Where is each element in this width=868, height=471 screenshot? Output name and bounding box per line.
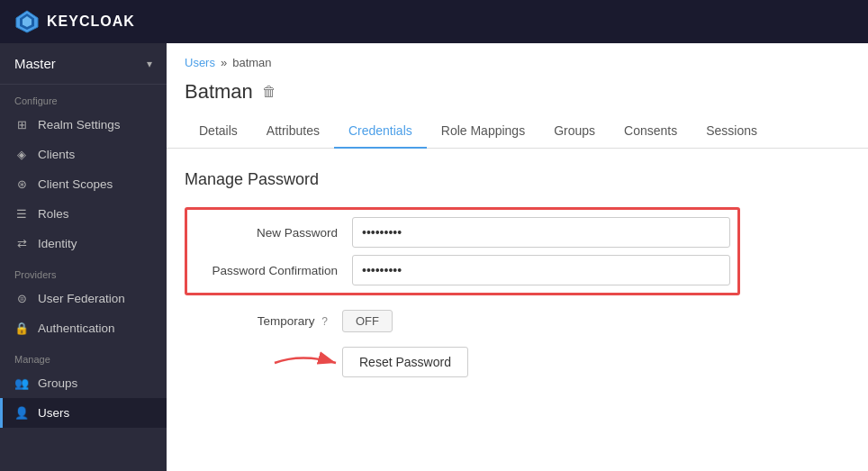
sidebar-item-authentication[interactable]: 🔒 Authentication bbox=[0, 313, 167, 343]
realm-selector[interactable]: Master ▾ bbox=[0, 43, 167, 85]
password-confirmation-row: Password Confirmation bbox=[194, 255, 730, 285]
password-confirmation-input[interactable] bbox=[352, 255, 730, 285]
chevron-down-icon: ▾ bbox=[147, 58, 152, 70]
temporary-help-icon[interactable]: ? bbox=[321, 315, 328, 328]
realm-settings-icon: ⊞ bbox=[14, 118, 29, 131]
new-password-row: New Password bbox=[194, 217, 730, 248]
page-title: Batman bbox=[185, 80, 253, 104]
sidebar-item-label: Users bbox=[38, 406, 69, 420]
tab-groups[interactable]: Groups bbox=[539, 114, 610, 149]
realm-name: Master bbox=[14, 56, 56, 71]
roles-icon: ☰ bbox=[14, 207, 29, 221]
client-scopes-icon: ⊛ bbox=[14, 177, 29, 191]
identity-icon: ⇄ bbox=[14, 237, 29, 250]
tab-sessions[interactable]: Sessions bbox=[692, 114, 772, 149]
sidebar-item-groups[interactable]: 👥 Groups bbox=[0, 368, 167, 398]
delete-user-icon[interactable]: 🗑 bbox=[262, 84, 276, 100]
sidebar-item-label: Client Scopes bbox=[38, 177, 113, 191]
sidebar-item-label: Roles bbox=[38, 207, 69, 221]
keycloak-logo-icon bbox=[14, 9, 40, 34]
reset-password-area: Reset Password bbox=[342, 347, 850, 377]
users-icon: 👤 bbox=[14, 406, 29, 420]
sidebar-item-user-federation[interactable]: ⊜ User Federation bbox=[0, 284, 167, 313]
user-federation-icon: ⊜ bbox=[14, 292, 29, 305]
temporary-toggle[interactable]: OFF bbox=[342, 310, 393, 332]
providers-section-label: Providers bbox=[0, 258, 167, 284]
app-title: KEYCLOAK bbox=[47, 14, 135, 30]
sidebar-item-clients[interactable]: ◈ Clients bbox=[0, 140, 167, 169]
arrow-annotation bbox=[266, 351, 347, 375]
tab-consents[interactable]: Consents bbox=[610, 114, 692, 149]
sidebar-item-label: Authentication bbox=[38, 322, 115, 335]
main-layout: Master ▾ Configure ⊞ Realm Settings ◈ Cl… bbox=[0, 43, 868, 471]
authentication-icon: 🔒 bbox=[14, 322, 29, 335]
groups-icon: 👥 bbox=[14, 376, 29, 390]
breadcrumb-current: batman bbox=[232, 56, 271, 69]
temporary-label: Temporary ? bbox=[185, 314, 342, 328]
temporary-row: Temporary ? OFF bbox=[185, 310, 850, 332]
password-confirmation-label: Password Confirmation bbox=[194, 264, 352, 277]
arrow-icon bbox=[266, 351, 347, 375]
breadcrumb-users-link[interactable]: Users bbox=[185, 56, 215, 69]
sidebar-item-users[interactable]: 👤 Users bbox=[0, 398, 167, 428]
tab-details[interactable]: Details bbox=[185, 114, 252, 149]
manage-password-title: Manage Password bbox=[185, 170, 850, 189]
sidebar-item-roles[interactable]: ☰ Roles bbox=[0, 199, 167, 229]
configure-section-label: Configure bbox=[0, 85, 167, 110]
top-bar: KEYCLOAK bbox=[0, 0, 868, 43]
sidebar-item-label: Clients bbox=[38, 148, 75, 161]
content-area: Users » batman Batman 🗑 Details Attribut… bbox=[167, 43, 868, 471]
reset-password-button[interactable]: Reset Password bbox=[342, 347, 468, 377]
sidebar-item-label: Realm Settings bbox=[38, 118, 121, 131]
sidebar-item-realm-settings[interactable]: ⊞ Realm Settings bbox=[0, 110, 167, 140]
credentials-section: Manage Password New Password Password Co… bbox=[167, 149, 868, 399]
tabs-bar: Details Attributes Credentials Role Mapp… bbox=[167, 114, 868, 149]
breadcrumb-separator: » bbox=[221, 56, 227, 69]
logo-area: KEYCLOAK bbox=[14, 9, 135, 34]
breadcrumb: Users » batman bbox=[167, 43, 868, 77]
new-password-label: New Password bbox=[194, 226, 352, 240]
tab-credentials[interactable]: Credentials bbox=[334, 114, 427, 149]
page-header: Batman 🗑 bbox=[167, 77, 868, 114]
sidebar-item-label: Identity bbox=[38, 237, 77, 250]
sidebar-item-label: Groups bbox=[38, 376, 77, 390]
sidebar: Master ▾ Configure ⊞ Realm Settings ◈ Cl… bbox=[0, 43, 167, 471]
sidebar-item-identity[interactable]: ⇄ Identity bbox=[0, 229, 167, 258]
tab-attributes[interactable]: Attributes bbox=[252, 114, 334, 149]
password-highlight-box: New Password Password Confirmation bbox=[185, 207, 740, 295]
new-password-input[interactable] bbox=[352, 217, 730, 248]
sidebar-item-label: User Federation bbox=[38, 292, 125, 305]
tab-role-mappings[interactable]: Role Mappings bbox=[427, 114, 539, 149]
manage-section-label: Manage bbox=[0, 343, 167, 368]
sidebar-item-client-scopes[interactable]: ⊛ Client Scopes bbox=[0, 169, 167, 199]
clients-icon: ◈ bbox=[14, 148, 29, 161]
